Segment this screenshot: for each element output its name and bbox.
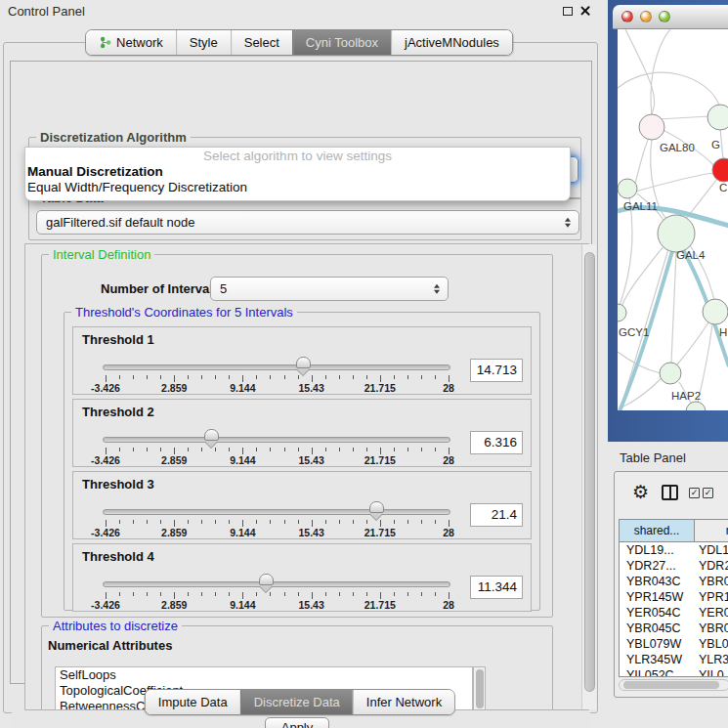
tab-discretize-data[interactable]: Discretize Data — [240, 690, 353, 714]
cell-name[interactable]: YIL0 — [699, 667, 728, 677]
graph-node[interactable] — [686, 402, 706, 410]
mac-zoom-button[interactable] — [659, 11, 670, 22]
slider-handle[interactable] — [296, 357, 311, 368]
table-row[interactable]: YIL052CYIL0 — [620, 667, 728, 677]
threshold-value-field[interactable]: 11.344 — [470, 576, 523, 599]
tab-jactivemnodules[interactable]: jActiveMNodules — [391, 30, 512, 55]
tab-cyni-toolbox[interactable]: Cyni Toolbox — [292, 30, 391, 55]
table-row[interactable]: YDL19...YDL1 — [620, 542, 728, 558]
columns-icon[interactable] — [662, 485, 678, 500]
tick-mark — [366, 520, 367, 524]
cell-shared-name[interactable]: YER054C — [620, 605, 699, 621]
tick-mark — [215, 520, 216, 524]
mac-minimize-button[interactable] — [640, 11, 652, 22]
checkbox-icon[interactable]: ✓ — [689, 488, 700, 498]
table-row[interactable]: YER054CYER0 — [620, 605, 728, 621]
graph-edge[interactable] — [720, 128, 723, 159]
cell-name[interactable]: YBL0 — [699, 636, 728, 652]
table-row[interactable]: YPR145WYPR1 — [620, 589, 728, 605]
tick-mark — [284, 375, 285, 379]
cell-shared-name[interactable]: YDR27... — [620, 558, 699, 574]
graph-edge[interactable] — [671, 252, 676, 363]
tick-mark — [270, 375, 271, 379]
graph-edge[interactable] — [635, 137, 650, 184]
tab-infer-network[interactable]: Infer Network — [353, 690, 454, 714]
apply-button[interactable]: Apply — [265, 717, 329, 728]
float-window-icon[interactable] — [563, 7, 573, 16]
table-row[interactable]: YBR045CYBR0 — [620, 621, 728, 636]
network-graph[interactable]: GAL80GCGAL11GAL4GCY1HHAP2 — [618, 29, 728, 410]
tab-select[interactable]: Select — [231, 30, 292, 55]
tick-mark — [394, 448, 395, 451]
graph-edge[interactable] — [625, 29, 655, 115]
scrollbar-thumb[interactable] — [584, 252, 595, 692]
slider-handle[interactable] — [259, 574, 274, 585]
attribute-list-item[interactable]: SelfLoops — [56, 667, 472, 683]
graph-node[interactable] — [707, 105, 728, 130]
close-icon[interactable] — [579, 5, 591, 17]
number-of-intervals-select[interactable]: 5 — [210, 277, 449, 301]
table-row[interactable]: YBR043CYBR0 — [620, 574, 728, 589]
mac-close-button[interactable] — [621, 11, 633, 22]
graph-node[interactable] — [712, 158, 728, 182]
gear-icon[interactable]: ⚙ — [632, 483, 649, 502]
tab-network[interactable]: Network — [86, 30, 176, 55]
slider-track[interactable] — [103, 509, 450, 515]
graph-node[interactable] — [660, 363, 681, 384]
cell-name[interactable]: YDL1 — [699, 542, 728, 558]
graph-edge[interactable] — [618, 72, 719, 106]
table-row[interactable]: YDR27...YDR2 — [620, 558, 728, 574]
graph-edge[interactable] — [635, 173, 713, 192]
threshold-value-field[interactable]: 14.713 — [470, 359, 523, 382]
checkbox-icon[interactable]: ✓ — [703, 488, 713, 498]
cell-name[interactable]: YBR0 — [699, 574, 728, 589]
settings-vertical-scrollbar[interactable] — [581, 244, 596, 709]
cell-name[interactable]: YPR1 — [699, 589, 728, 605]
tab-impute-data[interactable]: Impute Data — [146, 690, 240, 714]
tick-mark — [421, 592, 422, 596]
cell-shared-name[interactable]: YIL052C — [620, 667, 699, 677]
graph-node[interactable] — [639, 114, 664, 140]
cell-shared-name[interactable]: YBR045C — [620, 621, 699, 636]
cell-name[interactable]: YLR3 — [699, 652, 728, 667]
cell-name[interactable]: YER0 — [699, 605, 728, 621]
column-header-shared-name[interactable]: shared... — [620, 520, 695, 541]
column-header-name[interactable]: na — [695, 520, 728, 541]
dropdown-option-equal-width-frequency[interactable]: Equal Width/Frequency Discretization — [25, 180, 570, 195]
network-window-titlebar[interactable] — [613, 5, 728, 29]
scale-label: 15.43 — [298, 527, 323, 538]
slider-handle[interactable] — [204, 429, 219, 441]
node-label: GAL11 — [623, 200, 658, 212]
cell-shared-name[interactable]: YLR345W — [620, 652, 699, 667]
threshold-value-field[interactable]: 21.4 — [470, 503, 523, 527]
graph-node[interactable] — [658, 215, 695, 252]
table-row[interactable]: YLR345WYLR3 — [620, 652, 728, 667]
network-canvas[interactable]: GAL80GCGAL11GAL4GCY1HHAP2 — [618, 29, 728, 410]
tab-style[interactable]: Style — [176, 30, 231, 55]
slider-track[interactable] — [103, 581, 450, 587]
cell-shared-name[interactable]: YBR043C — [620, 574, 699, 589]
slider-track[interactable] — [103, 437, 450, 443]
table-row[interactable]: YBL079WYBL0 — [620, 636, 728, 652]
graph-edge[interactable] — [659, 116, 709, 119]
scrollbar-thumb[interactable] — [623, 681, 719, 689]
dropdown-option-manual-discretization[interactable]: Manual Discretization — [25, 164, 570, 180]
slider-scale-labels: -3.4262.8599.14415.4321.71528 — [106, 454, 449, 466]
graph-edge[interactable] — [676, 322, 708, 365]
table-horizontal-scrollbar[interactable] — [619, 679, 728, 691]
attributes-list-scrollbar[interactable] — [473, 666, 486, 710]
cell-shared-name[interactable]: YDL19... — [620, 542, 699, 558]
threshold-value-field[interactable]: 6.316 — [470, 431, 523, 454]
graph-node[interactable] — [618, 179, 637, 198]
cell-name[interactable]: YDR2 — [699, 558, 728, 574]
graph-node[interactable] — [618, 304, 626, 321]
cell-shared-name[interactable]: YPR145W — [620, 589, 699, 605]
table-data-select[interactable]: galFiltered.sif default node — [36, 210, 579, 235]
dropdown-hint-option[interactable]: Select algorithm to view settings — [25, 148, 570, 164]
cell-name[interactable]: YBR0 — [699, 621, 728, 636]
cell-shared-name[interactable]: YBL079W — [620, 636, 699, 652]
graph-node[interactable] — [703, 299, 728, 324]
slider-track[interactable] — [103, 364, 450, 370]
scrollbar-thumb[interactable] — [476, 669, 484, 708]
slider-handle[interactable] — [369, 501, 384, 513]
